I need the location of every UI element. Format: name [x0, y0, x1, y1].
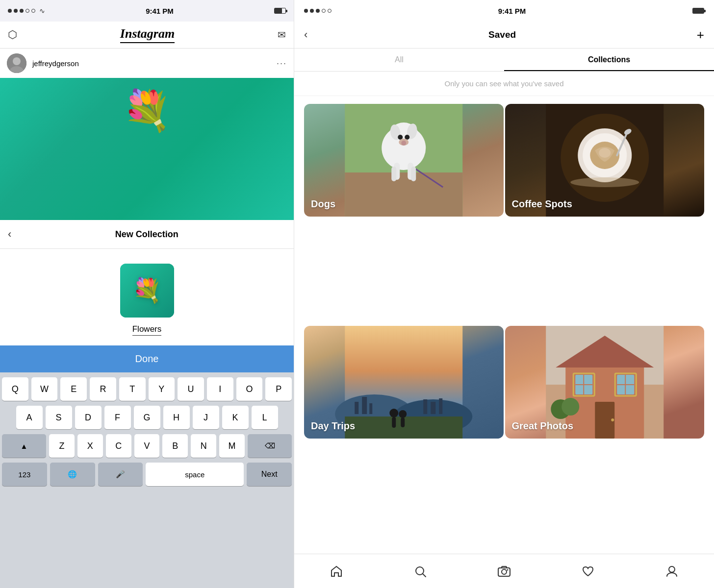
send-icon[interactable]: ✉: [278, 29, 286, 41]
svg-point-26: [570, 177, 639, 187]
key-x[interactable]: X: [77, 434, 103, 458]
battery-area-left: [274, 8, 286, 14]
signal-dot-3: [20, 9, 24, 13]
svg-rect-33: [423, 399, 427, 414]
signal-dot-5: [31, 9, 35, 13]
privacy-note: Only you can see what you've saved: [294, 72, 714, 96]
flower-hand-icon: 💐: [123, 88, 172, 134]
keyboard-row-2: A S D F G H J K L: [2, 406, 292, 429]
svg-point-61: [507, 569, 509, 570]
flower-bunch-icon: 💐: [132, 277, 162, 304]
key-space[interactable]: space: [146, 463, 244, 486]
key-h[interactable]: H: [163, 406, 190, 429]
collection-card-dogs[interactable]: Dogs: [304, 104, 504, 217]
svg-rect-40: [401, 417, 405, 427]
status-bar-left: ∿ 9:41 PM: [0, 0, 294, 22]
svg-rect-35: [439, 398, 442, 414]
signal-area: ∿: [8, 7, 45, 15]
phone-left: ∿ 9:41 PM ⬡ Instagram ✉ jeffreydgerson ·…: [0, 0, 294, 588]
nav-profile[interactable]: [630, 560, 714, 582]
back-button[interactable]: ‹: [304, 28, 307, 41]
key-u[interactable]: U: [178, 377, 204, 401]
svg-point-52: [611, 418, 614, 421]
bottom-nav: [294, 554, 714, 588]
saved-title: Saved: [488, 29, 516, 40]
wifi-icon: ∿: [39, 7, 45, 15]
key-p[interactable]: P: [265, 377, 292, 401]
collection-card-daytrips[interactable]: Day Trips: [304, 326, 504, 439]
key-s[interactable]: S: [46, 406, 72, 429]
post-image-bg: 💐: [0, 78, 294, 220]
flower-art: 💐: [120, 264, 174, 318]
key-k[interactable]: K: [222, 406, 249, 429]
key-c[interactable]: C: [106, 434, 131, 458]
key-a[interactable]: A: [16, 406, 43, 429]
svg-rect-30: [355, 402, 358, 414]
key-shift[interactable]: ▲: [2, 434, 46, 458]
nav-heart[interactable]: [546, 560, 630, 582]
svg-rect-31: [362, 397, 367, 414]
svg-rect-38: [392, 417, 396, 428]
nav-camera[interactable]: [462, 560, 546, 582]
add-collection-button[interactable]: +: [697, 27, 704, 43]
key-z[interactable]: Z: [49, 434, 75, 458]
nav-home[interactable]: [294, 560, 378, 582]
key-mic[interactable]: 🎤: [98, 463, 143, 486]
collection-name-label[interactable]: Flowers: [132, 324, 162, 336]
svg-rect-16: [391, 167, 396, 181]
key-e[interactable]: E: [60, 377, 87, 401]
battery-fill-right: [693, 8, 704, 13]
r-signal-dot-4: [322, 9, 326, 13]
collection-card-greatphotos[interactable]: Great Photos: [505, 326, 705, 439]
instagram-logo: Instagram: [120, 26, 175, 43]
key-y[interactable]: Y: [149, 377, 175, 401]
key-q[interactable]: Q: [2, 377, 28, 401]
key-r[interactable]: R: [90, 377, 116, 401]
tab-collections[interactable]: Collections: [504, 49, 714, 71]
key-globe[interactable]: 🌐: [50, 463, 95, 486]
collection-card-coffee[interactable]: Coffee Spots: [505, 104, 705, 217]
key-j[interactable]: J: [193, 406, 219, 429]
svg-point-37: [389, 409, 398, 417]
tab-all[interactable]: All: [294, 49, 504, 71]
key-v[interactable]: V: [134, 434, 160, 458]
key-t[interactable]: T: [119, 377, 146, 401]
new-collection-title: New Collection: [17, 229, 276, 240]
key-m[interactable]: M: [219, 434, 245, 458]
svg-point-60: [502, 569, 507, 574]
r-signal-dot-1: [304, 9, 308, 13]
key-o[interactable]: O: [236, 377, 263, 401]
back-arrow-icon[interactable]: ‹: [8, 228, 11, 241]
more-icon[interactable]: ···: [277, 58, 287, 69]
svg-point-1: [13, 57, 21, 65]
battery-icon-left: [274, 8, 286, 14]
key-backspace[interactable]: ⌫: [248, 434, 292, 458]
collection-label-greatphotos: Great Photos: [512, 420, 574, 432]
camera-icon[interactable]: ⬡: [8, 28, 17, 41]
svg-point-23: [599, 148, 611, 158]
key-next[interactable]: Next: [247, 463, 292, 486]
key-123[interactable]: 123: [2, 463, 47, 486]
svg-rect-4: [345, 172, 462, 217]
nav-search[interactable]: [378, 560, 462, 582]
svg-rect-17: [411, 167, 416, 181]
key-n[interactable]: N: [191, 434, 216, 458]
battery-fill: [275, 8, 282, 13]
keyboard-row-1: Q W E R T Y U I O P: [2, 377, 292, 401]
key-d[interactable]: D: [75, 406, 102, 429]
keyboard-row-3: ▲ Z X C V B N M ⌫: [2, 434, 292, 458]
done-label[interactable]: Done: [135, 353, 159, 365]
user-row: jeffreydgerson ···: [0, 49, 294, 78]
key-i[interactable]: I: [207, 377, 233, 401]
key-b[interactable]: B: [162, 434, 188, 458]
saved-header: ‹ Saved +: [294, 22, 714, 49]
key-w[interactable]: W: [31, 377, 58, 401]
key-l[interactable]: L: [252, 406, 278, 429]
avatar: [7, 53, 26, 73]
key-g[interactable]: G: [134, 406, 160, 429]
collections-grid: Dogs Coffee Spots: [294, 96, 714, 554]
done-bar[interactable]: Done: [0, 345, 294, 372]
collection-label-coffee: Coffee Spots: [512, 198, 572, 210]
signal-area-right: [304, 9, 332, 13]
key-f[interactable]: F: [104, 406, 131, 429]
